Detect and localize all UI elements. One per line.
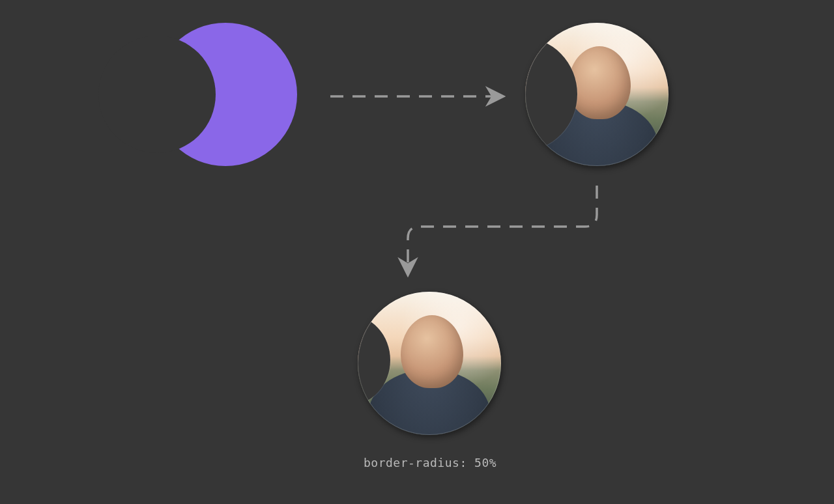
crescent-cutout <box>98 36 216 153</box>
mask-shape-crescent <box>154 23 297 166</box>
avatar-rounded <box>358 292 501 435</box>
arrow-avatar-to-rounded <box>408 186 597 273</box>
avatar-head <box>568 46 631 119</box>
caption-border-radius: border-radius: 50% <box>364 456 496 469</box>
avatar-head <box>401 315 463 388</box>
avatar-masked <box>525 23 669 166</box>
